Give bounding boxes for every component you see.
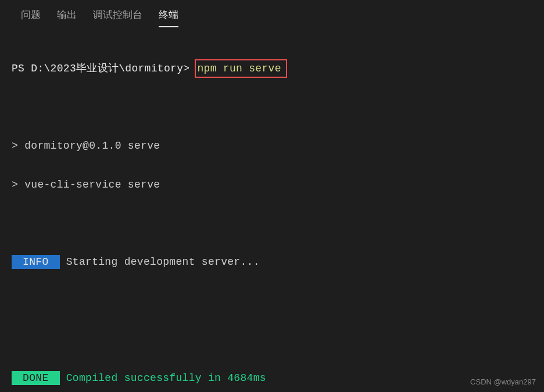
done-badge: DONE	[12, 371, 60, 385]
done-line: DONE Compiled successfully in 4684ms	[12, 369, 532, 388]
done-text: Compiled successfully in 4684ms	[60, 372, 266, 384]
tab-output[interactable]: 输出	[57, 8, 77, 27]
tab-problems[interactable]: 问题	[21, 8, 41, 27]
tab-terminal[interactable]: 终端	[159, 8, 178, 27]
info-text: Starting development server...	[60, 256, 260, 268]
panel-tabs: 问题 输出 调试控制台 终端	[0, 0, 544, 27]
tab-debug-console[interactable]: 调试控制台	[93, 8, 142, 27]
terminal-output[interactable]: PS D:\2023毕业设计\dormitory> npm run serve …	[0, 27, 544, 392]
command-text: npm run serve	[197, 63, 281, 74]
watermark: CSDN @wdyan297	[470, 377, 536, 386]
prompt-path: PS D:\2023毕业设计\dormitory>	[12, 63, 189, 74]
command-highlight: npm run serve	[195, 59, 287, 78]
info-line: INFO Starting development server...	[12, 253, 532, 272]
prompt-line: PS D:\2023毕业设计\dormitory> npm run serve	[12, 59, 532, 78]
info-badge: INFO	[12, 255, 60, 269]
script-echo-line2: > vue-cli-service serve	[12, 175, 532, 195]
script-echo-line1: > dormitory@0.1.0 serve	[12, 136, 532, 156]
